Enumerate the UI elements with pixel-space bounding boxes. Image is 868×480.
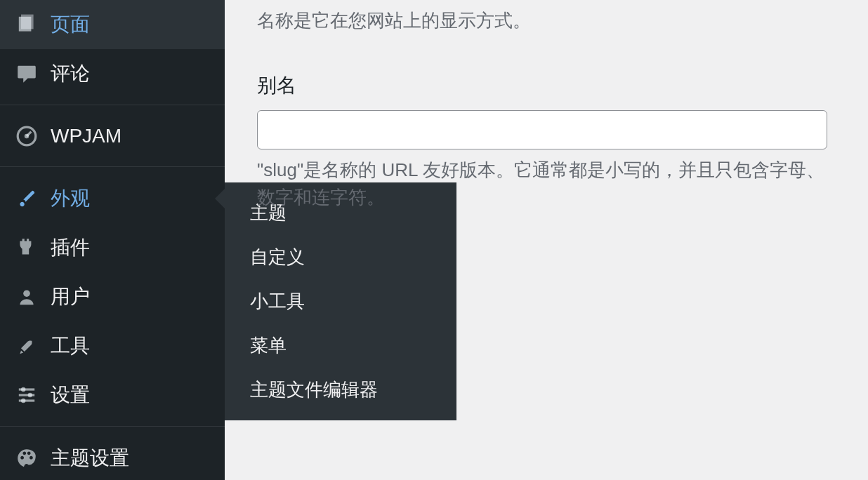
- settings-icon: [14, 382, 39, 408]
- svg-point-3: [25, 134, 29, 138]
- dashboard-icon: [14, 124, 39, 149]
- slug-description: "slug"是名称的 URL 友好版本。它通常都是小写的，并且只包含字母、数字和…: [257, 156, 836, 211]
- sidebar-item-users[interactable]: 用户: [0, 272, 225, 321]
- sidebar-item-theme-settings[interactable]: 主题设置: [0, 434, 225, 480]
- svg-rect-1: [21, 15, 34, 29]
- svg-point-8: [21, 387, 25, 392]
- name-description: 名称是它在您网站上的显示方式。: [257, 7, 836, 34]
- sidebar-item-label: 插件: [51, 234, 90, 261]
- comments-icon: [14, 61, 39, 86]
- sidebar-separator: [0, 420, 225, 427]
- slug-input[interactable]: [257, 110, 827, 149]
- sidebar-item-tools[interactable]: 工具: [0, 321, 225, 371]
- tools-icon: [14, 333, 39, 359]
- sidebar-item-appearance[interactable]: 外观: [0, 174, 225, 223]
- sidebar-item-pages[interactable]: 页面: [0, 0, 225, 49]
- sidebar-separator: [0, 160, 225, 167]
- sidebar-item-settings[interactable]: 设置: [0, 371, 225, 420]
- sidebar-item-label: 工具: [51, 333, 90, 359]
- brush-icon: [14, 186, 39, 211]
- sidebar-item-label: WPJAM: [51, 125, 121, 147]
- sidebar-item-label: 主题设置: [51, 445, 129, 472]
- sidebar-item-wpjam[interactable]: WPJAM: [0, 112, 225, 160]
- slug-label: 别名: [257, 72, 836, 99]
- sidebar-item-comments[interactable]: 评论: [0, 49, 225, 98]
- sidebar-separator: [0, 98, 225, 105]
- palette-icon: [14, 446, 39, 471]
- admin-sidebar: 页面 评论 WPJAM 外观 插件 用户 工具: [0, 0, 225, 480]
- sidebar-item-label: 外观: [51, 185, 90, 212]
- sidebar-item-label: 用户: [51, 284, 90, 310]
- svg-point-10: [21, 399, 25, 403]
- main-content: 名称是它在您网站上的显示方式。 别名 "slug"是名称的 URL 友好版本。它…: [225, 0, 868, 480]
- sidebar-item-plugins[interactable]: 插件: [0, 223, 225, 272]
- sidebar-item-label: 设置: [51, 382, 90, 408]
- plugins-icon: [14, 235, 39, 260]
- sidebar-item-label: 评论: [51, 60, 90, 87]
- sidebar-item-label: 页面: [51, 11, 90, 38]
- users-icon: [14, 284, 39, 309]
- svg-point-9: [28, 393, 32, 397]
- svg-point-4: [23, 290, 30, 297]
- pages-icon: [14, 12, 39, 37]
